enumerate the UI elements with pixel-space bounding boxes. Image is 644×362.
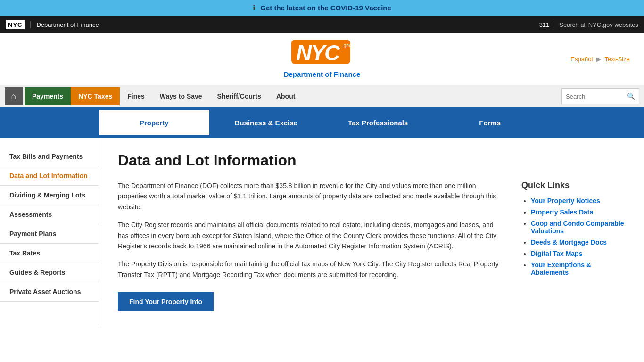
search-input[interactable] (566, 93, 627, 100)
covid-link[interactable]: Get the latest on the COVID-19 Vaccine (260, 4, 391, 12)
search-all-label[interactable]: Search all NYC.gov websites (559, 21, 638, 28)
quick-link-deeds-mortgage[interactable]: Deeds & Mortgage Docs (531, 239, 607, 246)
nyc-logo-svg: NYC .gov (291, 40, 353, 68)
list-item: Your Property Notices (531, 197, 625, 205)
main-nav: ⌂ Payments NYC Taxes Fines Ways to Save … (0, 85, 644, 107)
sub-nav: Property Business & Excise Tax Professio… (0, 107, 644, 138)
311-label[interactable]: 311 (539, 21, 555, 28)
nyc-logo-small: NYC (6, 20, 25, 29)
nyc-logo: NYC .gov (291, 40, 353, 69)
logo-wrap: NYC .gov Department of Finance (284, 40, 361, 78)
sidebar-tax-rates[interactable]: Tax Rates (0, 244, 99, 263)
content-wrapper: Tax Bills and Payments Data and Lot Info… (0, 138, 644, 325)
quick-links-title: Quick Links (521, 181, 625, 190)
content-text: The Department of Finance (DOF) collects… (118, 181, 503, 311)
sub-nav-tax-professionals[interactable]: Tax Professionals (323, 110, 433, 135)
sidebar: Tax Bills and Payments Data and Lot Info… (0, 138, 99, 325)
quick-link-property-sales[interactable]: Property Sales Data (531, 208, 593, 216)
sidebar-payment-plans[interactable]: Payment Plans (0, 224, 99, 244)
paragraph-3: The Property Division is responsible for… (118, 259, 503, 280)
sidebar-guides-reports[interactable]: Guides & Reports (0, 263, 99, 282)
top-bar-left: NYC Department of Finance (6, 20, 99, 29)
header: NYC .gov Department of Finance Español ▶… (0, 33, 644, 85)
sidebar-assessments[interactable]: Assessments (0, 205, 99, 224)
nav-search-box: 🔍 (561, 88, 639, 104)
text-size-link[interactable]: Text-Size (605, 56, 630, 63)
search-icon[interactable]: 🔍 (627, 92, 635, 100)
cta-button[interactable]: Find Your Property Info (118, 292, 214, 311)
quick-link-digital-tax-maps[interactable]: Digital Tax Maps (531, 250, 582, 257)
svg-text:.gov: .gov (342, 43, 351, 48)
sidebar-tax-bills[interactable]: Tax Bills and Payments (0, 147, 99, 166)
sidebar-private-asset[interactable]: Private Asset Auctions (0, 282, 99, 302)
top-bar-right: 311 Search all NYC.gov websites (539, 21, 638, 28)
info-icon: ℹ (253, 4, 256, 12)
sub-nav-property[interactable]: Property (99, 110, 209, 135)
header-lang: Español ▶ Text-Size (570, 56, 630, 63)
home-button[interactable]: ⌂ (5, 87, 23, 105)
main-content: Data and Lot Information The Department … (99, 138, 644, 325)
svg-text:NYC: NYC (296, 41, 340, 65)
lang-separator: ▶ (596, 56, 603, 63)
sidebar-data-lot[interactable]: Data and Lot Information (0, 166, 99, 186)
nav-nyc-taxes[interactable]: NYC Taxes (71, 87, 120, 105)
list-item: Digital Tax Maps (531, 250, 625, 257)
nav-fines[interactable]: Fines (120, 87, 152, 105)
nav-ways-to-save[interactable]: Ways to Save (152, 87, 210, 105)
content-grid: The Department of Finance (DOF) collects… (118, 181, 625, 311)
espanol-link[interactable]: Español (570, 56, 593, 63)
paragraph-1: The Department of Finance (DOF) collects… (118, 181, 503, 212)
dept-of-finance-label: Department of Finance (284, 70, 361, 78)
list-item: Your Exemptions & Abatements (531, 261, 625, 276)
list-item: Coop and Condo Comparable Valuations (531, 220, 625, 235)
quick-link-exemptions[interactable]: Your Exemptions & Abatements (531, 261, 591, 276)
sidebar-dividing-merging[interactable]: Dividing & Merging Lots (0, 186, 99, 205)
top-bar: NYC Department of Finance 311 Search all… (0, 16, 644, 33)
nav-payments[interactable]: Payments (25, 87, 71, 105)
sub-nav-business-excise[interactable]: Business & Excise (211, 110, 322, 135)
list-item: Deeds & Mortgage Docs (531, 239, 625, 246)
list-item: Property Sales Data (531, 208, 625, 216)
page-title: Data and Lot Information (118, 152, 625, 169)
quick-link-coop-condo[interactable]: Coop and Condo Comparable Valuations (531, 220, 624, 235)
covid-banner: ℹ Get the latest on the COVID-19 Vaccine (0, 0, 644, 16)
quick-link-property-notices[interactable]: Your Property Notices (531, 197, 600, 205)
paragraph-2: The City Register records and maintains … (118, 220, 503, 251)
dept-label: Department of Finance (30, 21, 99, 28)
nav-about[interactable]: About (269, 87, 303, 105)
nav-sheriff-courts[interactable]: Sheriff/Courts (210, 87, 269, 105)
quick-links-sidebar: Quick Links Your Property Notices Proper… (521, 181, 625, 311)
sub-nav-forms[interactable]: Forms (435, 110, 545, 135)
quick-links-list: Your Property Notices Property Sales Dat… (521, 197, 625, 276)
